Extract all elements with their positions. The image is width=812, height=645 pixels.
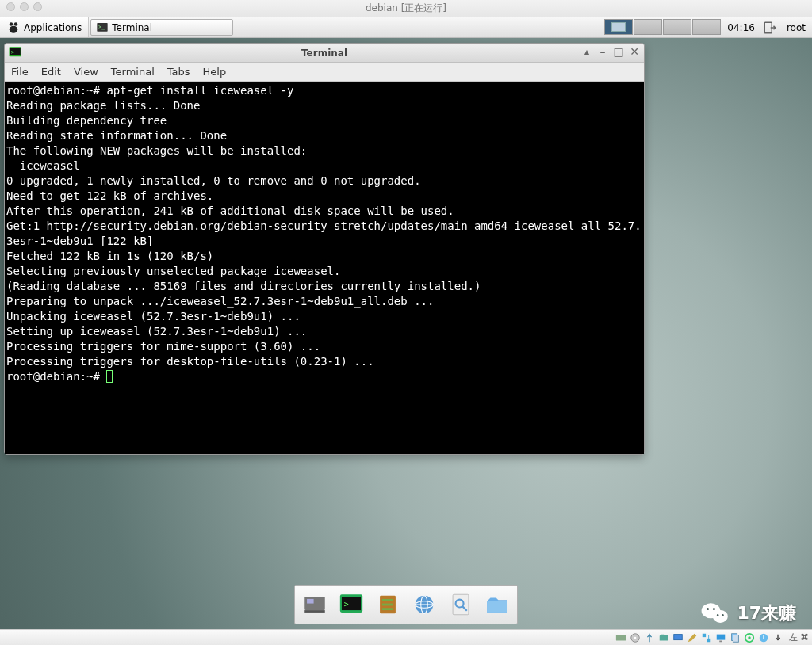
svg-rect-40 <box>733 635 738 642</box>
dock-show-desktop[interactable] <box>298 588 331 621</box>
traffic-close-icon[interactable] <box>6 2 15 11</box>
svg-point-29 <box>717 614 719 616</box>
logout-icon[interactable] <box>760 17 780 37</box>
window-ontop-icon[interactable]: ▴ <box>580 45 593 58</box>
window-app-icon: >_ <box>8 45 22 62</box>
terminal-output: Reading package lists... Done Building d… <box>6 99 642 368</box>
svg-rect-37 <box>716 634 725 639</box>
svg-text:>_: >_ <box>99 24 105 30</box>
workspace-1[interactable] <box>604 19 633 35</box>
workspace-switcher[interactable] <box>603 17 722 37</box>
vm-arrow-down-icon[interactable] <box>772 632 784 644</box>
workspace-4[interactable] <box>692 19 721 35</box>
dock-file-manager[interactable] <box>371 588 404 621</box>
svg-rect-11 <box>307 599 314 604</box>
vm-cd-icon[interactable] <box>629 632 642 644</box>
workspace-3[interactable] <box>663 19 691 35</box>
menu-terminal[interactable]: Terminal <box>111 66 155 78</box>
svg-text:>_: >_ <box>11 49 18 55</box>
menu-file[interactable]: File <box>11 66 29 78</box>
svg-rect-31 <box>615 635 625 640</box>
panel-spacer <box>235 17 603 37</box>
vm-network-icon[interactable] <box>700 632 713 644</box>
svg-rect-38 <box>719 640 722 642</box>
svg-point-33 <box>634 636 636 639</box>
window-close-icon[interactable]: ✕ <box>628 45 641 58</box>
svg-point-2 <box>10 25 18 32</box>
svg-rect-35 <box>702 633 705 636</box>
svg-rect-10 <box>304 610 325 613</box>
vm-hostkey: 左 ⌘ <box>789 632 810 643</box>
task-label: Terminal <box>112 22 152 33</box>
cursor-icon <box>106 370 113 383</box>
window-minimize-icon[interactable]: – <box>596 45 609 58</box>
dock-terminal[interactable]: >_ <box>335 588 368 621</box>
vm-clipboard-icon[interactable] <box>729 632 741 644</box>
applications-menu[interactable]: Applications <box>0 17 89 37</box>
panel-clock[interactable]: 04:16 <box>722 17 760 37</box>
vm-traffic-lights <box>6 2 42 11</box>
menu-tabs[interactable]: Tabs <box>167 66 190 78</box>
vm-display-icon[interactable] <box>672 632 684 644</box>
xfce-mouse-icon <box>6 21 21 35</box>
svg-rect-17 <box>382 604 393 606</box>
command: apt-get install iceweasel -y <box>106 84 293 97</box>
terminal-menu: File Edit View Terminal Tabs Help <box>5 63 644 82</box>
watermark: 17来赚 <box>700 601 796 626</box>
dock-web-browser[interactable] <box>408 588 441 621</box>
watermark-text: 17来赚 <box>737 601 796 625</box>
menu-help[interactable]: Help <box>203 66 227 78</box>
menu-edit[interactable]: Edit <box>41 66 61 78</box>
vm-power-icon[interactable] <box>757 632 770 644</box>
svg-point-28 <box>713 608 715 610</box>
dock: >_ <box>294 585 518 624</box>
svg-rect-34 <box>673 634 682 639</box>
window-titlebar[interactable]: >_ Terminal ▴ – □ ✕ <box>5 44 644 63</box>
terminal-window: >_ Terminal ▴ – □ ✕ File Edit View Termi… <box>4 43 645 455</box>
svg-point-42 <box>748 636 751 639</box>
svg-point-0 <box>10 22 13 26</box>
dock-home-folder[interactable] <box>481 588 514 621</box>
dock-search[interactable] <box>444 588 477 621</box>
svg-point-30 <box>722 614 725 616</box>
vm-hdd-icon[interactable] <box>615 632 627 644</box>
window-title: Terminal <box>5 48 644 59</box>
workspace-2[interactable] <box>634 19 662 35</box>
xfce-panel: Applications >_ Terminal 04:16 root <box>0 17 812 38</box>
prompt: root@debian:~# <box>6 84 106 97</box>
terminal-body[interactable]: root@debian:~# apt-get install iceweasel… <box>5 82 644 454</box>
taskbar-item-terminal[interactable]: >_ Terminal <box>90 19 233 36</box>
vm-statusbar: 左 ⌘ <box>0 629 812 645</box>
vm-monitor-icon[interactable] <box>714 632 727 644</box>
traffic-min-icon[interactable] <box>20 2 29 11</box>
menu-view[interactable]: View <box>74 66 98 78</box>
svg-rect-18 <box>382 608 393 610</box>
vm-shared-folder-icon[interactable] <box>657 632 670 644</box>
window-maximize-icon[interactable]: □ <box>612 45 625 58</box>
svg-point-1 <box>14 22 18 26</box>
vm-titlebar: debian [正在运行] <box>0 0 812 17</box>
user-label[interactable]: root <box>780 17 812 37</box>
wechat-icon <box>700 601 730 626</box>
vm-title: debian [正在运行] <box>366 2 446 15</box>
vm-recording-icon[interactable] <box>743 632 756 644</box>
svg-point-27 <box>707 608 709 610</box>
prompt: root@debian:~# <box>6 370 106 383</box>
desktop[interactable]: >_ Terminal ▴ – □ ✕ File Edit View Termi… <box>0 38 812 645</box>
traffic-max-icon[interactable] <box>33 2 42 11</box>
svg-point-26 <box>713 610 728 623</box>
svg-rect-24 <box>487 601 508 613</box>
svg-text:>_: >_ <box>344 600 354 609</box>
svg-rect-16 <box>382 599 393 601</box>
vm-pencil-icon[interactable] <box>686 632 699 644</box>
applications-label: Applications <box>24 22 82 33</box>
terminal-icon: >_ <box>96 21 109 34</box>
vm-usb-icon[interactable] <box>643 632 656 644</box>
